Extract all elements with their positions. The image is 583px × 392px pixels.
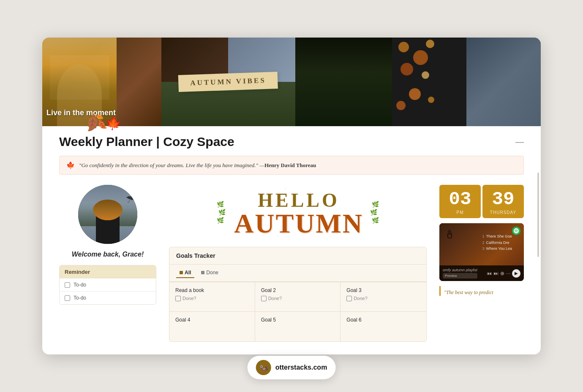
banner-leaf-decor-2: 🍁 <box>104 114 123 132</box>
clock-widget: 03 PM 39 THURSDAY <box>439 185 524 218</box>
reminder-card: Reminder To-do To-do <box>59 265 156 305</box>
quote-leaf-icon: 🍁 <box>66 161 75 169</box>
otter-logo: 🦦 <box>256 360 271 375</box>
goals-tracker: Goals Tracker All Done <box>169 247 427 342</box>
main-content: Weekly Planner | Cozy Space — 🍁 "Go conf… <box>42 126 541 354</box>
watermark: 🦦 otterstacks.com <box>248 356 336 379</box>
reminder-label-2: To-do <box>74 295 86 301</box>
music-widget: 🕯 1 There She Goe <box>439 223 524 281</box>
goal-3-title: Goal 3 <box>346 287 420 293</box>
goal-1-checkbox[interactable] <box>175 296 181 301</box>
goal-2-title: Goal 2 <box>261 287 335 293</box>
music-fire-icon: 🕯 <box>444 227 455 241</box>
track-1: 1 There She Goe <box>482 233 512 239</box>
reminder-header: Reminder <box>60 265 156 278</box>
banner-col-1: Live in the moment <box>42 38 117 126</box>
clock-hour-cell: 03 PM <box>439 185 481 218</box>
goal-2-done: Done? <box>261 296 335 301</box>
more-options-button[interactable]: ··· <box>506 270 510 276</box>
clock-minute: 39 <box>492 190 515 208</box>
laurel-left: 🌿🌿🌿 <box>217 201 226 224</box>
goals-tab-done[interactable]: Done <box>198 268 222 278</box>
goal-2-checkbox[interactable] <box>261 296 267 301</box>
preview-tag[interactable]: Preview <box>443 273 477 278</box>
hello-autumn-inner: HELLO AUTUMN <box>234 189 363 236</box>
goals-grid: Read a book Done? Goal 2 Done? <box>169 282 426 341</box>
laurel-right: 🌿🌿🌿 <box>372 201 379 224</box>
reminder-item-2: To-do <box>60 292 156 304</box>
three-col-layout: ☂ Welcome back, Grace! Reminder To-do To… <box>59 185 524 342</box>
goals-tabs: All Done <box>169 265 426 282</box>
browser-frame: Live in the moment AUTUMN VIBES <box>42 38 541 354</box>
page-title: Weekly Planner | Cozy Space <box>59 135 234 149</box>
playlist-name: omfy autumn playlist <box>443 268 477 272</box>
clock-period: PM <box>457 210 464 215</box>
music-buttons: ⏮ ⏭ ⊕ ··· ▶ <box>487 269 520 278</box>
add-to-queue-button[interactable]: ⊕ <box>500 270 504 276</box>
music-bg: 🕯 1 There She Goe <box>439 223 524 265</box>
goal-5-title: Goal 5 <box>261 317 335 323</box>
reminder-label-1: To-do <box>74 282 86 288</box>
collapse-icon[interactable]: — <box>515 137 524 147</box>
quote-author: Henry David Thoreau <box>264 162 316 168</box>
right-quote: "The best way to predict <box>439 286 524 296</box>
autumn-vibes-tag: AUTUMN VIBES <box>178 73 278 91</box>
banner-col-6 <box>466 38 541 126</box>
next-track-button[interactable]: ⏭ <box>493 270 499 276</box>
hello-autumn-graphic: 🌿🌿🌿 HELLO AUTUMN 🌿🌿🌿 · · <box>169 185 427 240</box>
goals-tab-all[interactable]: All <box>176 268 194 278</box>
clock-day: THURSDAY <box>490 210 516 215</box>
avatar-person: ☂ <box>78 185 137 244</box>
autumn-text: AUTUMN <box>234 211 363 236</box>
quote-text: "Go confidently in the direction of your… <box>79 162 316 169</box>
goal-cell-2: Goal 2 Done? <box>255 282 341 312</box>
goal-3-checkbox[interactable] <box>346 296 352 301</box>
play-button[interactable]: ▶ <box>512 269 520 278</box>
goal-3-done: Done? <box>346 296 420 301</box>
reminder-item-1: To-do <box>60 278 156 292</box>
track-3: 3 Where You Lea <box>482 246 512 251</box>
tab-dot-all <box>180 271 183 274</box>
goal-cell-5: Goal 5 <box>255 312 341 341</box>
live-moment-text: Live in the moment <box>46 108 116 118</box>
spotify-icon <box>512 227 520 235</box>
goal-cell-4: Goal 4 <box>169 312 255 341</box>
goal-1-done: Done? <box>175 296 249 301</box>
goal-cell-1: Read a book Done? <box>169 282 255 312</box>
goal-1-title: Read a book <box>175 287 249 293</box>
watermark-domain: otterstacks.com <box>275 364 327 371</box>
clock-hour: 03 <box>449 190 471 208</box>
banner-center: AUTUMN VIBES <box>161 38 295 126</box>
middle-col: 🌿🌿🌿 HELLO AUTUMN 🌿🌿🌿 · · <box>169 185 427 342</box>
goal-6-title: Goal 6 <box>346 317 420 323</box>
goal-cell-6: Goal 6 <box>341 312 426 341</box>
clock-minute-cell: 39 THURSDAY <box>482 185 524 218</box>
track-list: 1 There She Goe 2 California Dre 3 Where… <box>482 233 512 251</box>
tab-dot-done <box>201 271 204 274</box>
prev-track-button[interactable]: ⏮ <box>487 270 492 276</box>
welcome-text: Welcome back, Grace! <box>72 251 144 258</box>
reminder-checkbox-1[interactable] <box>65 282 70 288</box>
avatar: ☂ <box>78 185 137 244</box>
goal-4-title: Goal 4 <box>175 317 249 323</box>
left-col: ☂ Welcome back, Grace! Reminder To-do To… <box>59 185 156 305</box>
goal-cell-3: Goal 3 Done? <box>341 282 426 312</box>
banner-wrapper: Live in the moment AUTUMN VIBES <box>42 38 541 126</box>
reminder-checkbox-2[interactable] <box>65 295 70 301</box>
banner: Live in the moment AUTUMN VIBES <box>42 38 541 126</box>
page-title-row: Weekly Planner | Cozy Space — <box>59 135 524 149</box>
goals-tracker-header: Goals Tracker <box>169 247 426 265</box>
quote-bar: 🍁 "Go confidently in the direction of yo… <box>59 156 524 175</box>
track-2: 2 California Dre <box>482 240 512 246</box>
banner-col-2 <box>117 38 161 126</box>
banner-col-4 <box>295 38 392 126</box>
music-controls: omfy autumn playlist Preview ⏮ ⏭ ⊕ ··· ▶ <box>439 265 524 281</box>
banner-col-5 <box>392 38 466 126</box>
right-col: 03 PM 39 THURSDAY 🕯 <box>439 185 524 296</box>
